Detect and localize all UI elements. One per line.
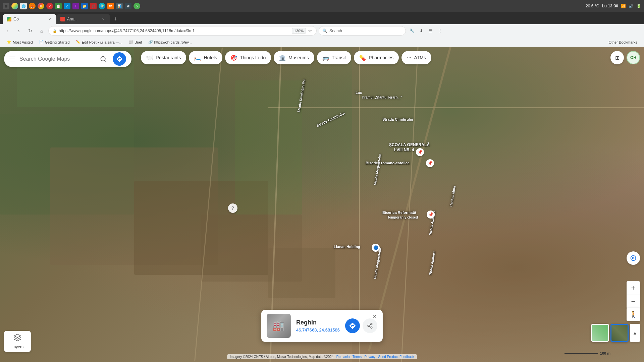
poi-marker-3[interactable]: 📌 xyxy=(427,210,435,219)
popup-share-btn[interactable] xyxy=(363,318,377,333)
attribution-text: Imagery ©2024 CNES / Airbus, Maxar Techn… xyxy=(230,355,333,359)
svg-line-7 xyxy=(369,326,371,327)
bookmark-label-oh-cards: https://oh-cards.ro/ev... xyxy=(154,40,192,44)
more-btn[interactable]: ⋮ xyxy=(436,27,444,35)
app-icon-16[interactable]: S xyxy=(133,3,140,9)
svg-point-5 xyxy=(368,325,369,327)
layers-label: Layers xyxy=(11,345,23,349)
address-bar[interactable]: 🔒 https://www.google.com/maps/@46.747710… xyxy=(48,26,317,36)
time-display: Lu 13:30 xyxy=(602,4,618,8)
popup-close-btn[interactable]: ✕ xyxy=(371,312,379,320)
search-input[interactable] xyxy=(19,56,94,62)
app-icon-1[interactable]: ⊞ xyxy=(3,3,9,9)
hamburger-line-2 xyxy=(9,59,15,59)
zoom-in-btn[interactable]: + xyxy=(627,281,640,295)
svg-point-3 xyxy=(631,256,636,261)
pill-label-atms: ATMs xyxy=(414,55,426,60)
pill-things-to-do[interactable]: 🎯 Things to do xyxy=(225,51,271,64)
pill-label-hotels: Hotels xyxy=(204,55,217,60)
hamburger-menu[interactable] xyxy=(9,57,15,61)
layers-button[interactable]: Layers xyxy=(4,331,31,352)
pill-label-things-to-do: Things to do xyxy=(240,55,266,60)
directions-button[interactable] xyxy=(113,52,126,66)
sidebar-toggle[interactable]: ☰ xyxy=(427,27,435,35)
location-question-marker[interactable]: ? xyxy=(228,203,237,213)
tab-other[interactable]: Anu... ✕ xyxy=(56,14,110,24)
app-icon-3[interactable]: 🌐 xyxy=(20,3,27,9)
attribution-link-feedback[interactable]: Send Product Feedback xyxy=(378,355,414,359)
bookmark-icon-brief: 📰 xyxy=(128,40,133,44)
pill-museums[interactable]: 🏛️ Museums xyxy=(274,51,314,64)
popup-thumb-inner: 🏭 xyxy=(267,314,291,338)
zoom-out-btn[interactable]: − xyxy=(627,295,640,308)
location-button[interactable] xyxy=(627,251,640,265)
bookmark-most-visited[interactable]: ⭐ Most Visited xyxy=(4,39,36,45)
tab-maps[interactable]: Go ✕ xyxy=(3,14,56,24)
map-type-satellite[interactable] xyxy=(610,324,629,342)
app-icon-2[interactable] xyxy=(11,3,18,9)
poi-marker-4[interactable]: 🔵 xyxy=(372,244,380,252)
new-tab-btn[interactable]: + xyxy=(110,14,121,24)
browser-chrome: ⊞ 🌐 🦊 C V 📋 Z T 📁 🎵 🌍 🗺 📊 🖥 S 20.6 °C xyxy=(0,0,644,47)
download-btn[interactable]: ⬇ xyxy=(417,27,425,35)
search-box[interactable] xyxy=(4,51,131,67)
app-icon-9[interactable]: T xyxy=(72,3,79,9)
svg-line-8 xyxy=(369,324,371,325)
extensions-btn[interactable]: 🔧 xyxy=(408,27,416,35)
app-icon-8[interactable]: Z xyxy=(64,3,70,9)
pill-pharmacies[interactable]: 💊 Pharmacies xyxy=(354,51,399,64)
scale-bar: 100 m xyxy=(565,351,610,355)
app-icon-14[interactable]: 📊 xyxy=(116,3,123,9)
pill-restaurants[interactable]: 🍽️ Restaurants xyxy=(141,51,186,64)
attribution-link-romania[interactable]: Romania xyxy=(336,355,350,359)
pill-atms[interactable]: ··· ATMs xyxy=(401,51,431,64)
restaurants-icon: 🍽️ xyxy=(146,55,153,61)
search-submit-icon[interactable] xyxy=(98,54,109,64)
poi-marker-1[interactable]: 📌 xyxy=(416,148,424,156)
bookmark-getting-started[interactable]: 📄 Getting Started xyxy=(36,39,72,45)
back-btn[interactable]: ‹ xyxy=(3,26,12,36)
star-icon[interactable]: ☆ xyxy=(308,28,312,34)
app-icon-13[interactable]: 🗺 xyxy=(107,3,114,9)
popup-coords[interactable]: 46.747668, 24.681586 xyxy=(296,327,340,333)
attribution-link-privacy[interactable]: Privacy xyxy=(364,355,375,359)
home-btn[interactable]: ⌂ xyxy=(37,26,46,36)
poi-marker-2[interactable]: 📌 xyxy=(426,159,434,167)
bookmark-oh-cards[interactable]: 🔗 https://oh-cards.ro/ev... xyxy=(146,39,195,45)
tab-close-other[interactable]: ✕ xyxy=(101,16,106,22)
grid-button[interactable]: ⊞ xyxy=(610,51,624,64)
popup-building-icon: 🏭 xyxy=(273,320,284,331)
app-icon-4[interactable]: 🦊 xyxy=(29,3,36,9)
bookmark-brief[interactable]: 📰 Brief xyxy=(126,39,145,45)
bookmark-label-edit: Edit Post • iulia sara —... xyxy=(82,40,122,44)
browser-search-bar[interactable]: 🔍 Search xyxy=(319,26,406,36)
nav-bar: ‹ › ↻ ⌂ 🔒 https://www.google.com/maps/@4… xyxy=(0,24,644,38)
bookmark-edit-post[interactable]: ✏️ Edit Post • iulia sara —... xyxy=(73,39,125,45)
expand-map-type-btn[interactable]: ▲ xyxy=(630,324,640,342)
pill-transit[interactable]: 🚌 Transit xyxy=(317,51,351,64)
app-icon-10[interactable]: 📁 xyxy=(81,3,88,9)
zoom-badge: 130% xyxy=(292,28,306,34)
map-type-default[interactable] xyxy=(591,324,609,342)
popup-directions-btn[interactable] xyxy=(345,318,360,333)
person-streetview-btn[interactable]: 🚶 xyxy=(627,308,640,321)
title-bar: ⊞ 🌐 🦊 C V 📋 Z T 📁 🎵 🌍 🗺 📊 🖥 S 20.6 °C xyxy=(0,0,644,12)
app-icon-6[interactable]: V xyxy=(46,3,53,9)
oh-logo[interactable]: OH xyxy=(627,51,640,64)
tab-close-maps[interactable]: ✕ xyxy=(47,16,52,22)
pill-hotels[interactable]: 🛏️ Hotels xyxy=(189,51,222,64)
app-icon-11[interactable]: 🎵 xyxy=(90,3,97,9)
attribution-link-terms[interactable]: Terms xyxy=(353,355,362,359)
museums-icon: 🏛️ xyxy=(279,55,286,61)
search-icon: 🔍 xyxy=(322,28,327,33)
reload-btn[interactable]: ↻ xyxy=(25,26,35,36)
app-icon-7[interactable]: 📋 xyxy=(55,3,62,9)
search-label: Search xyxy=(329,28,342,33)
app-icon-5[interactable]: C xyxy=(38,3,44,9)
forward-btn[interactable]: › xyxy=(14,26,23,36)
tab-title-other: Anu... xyxy=(67,17,99,21)
app-icon-15[interactable]: 🖥 xyxy=(125,3,131,9)
scale-text: 100 m xyxy=(600,351,610,355)
other-bookmarks[interactable]: Other Bookmarks xyxy=(606,40,640,45)
app-icon-12[interactable]: 🌍 xyxy=(99,3,105,9)
